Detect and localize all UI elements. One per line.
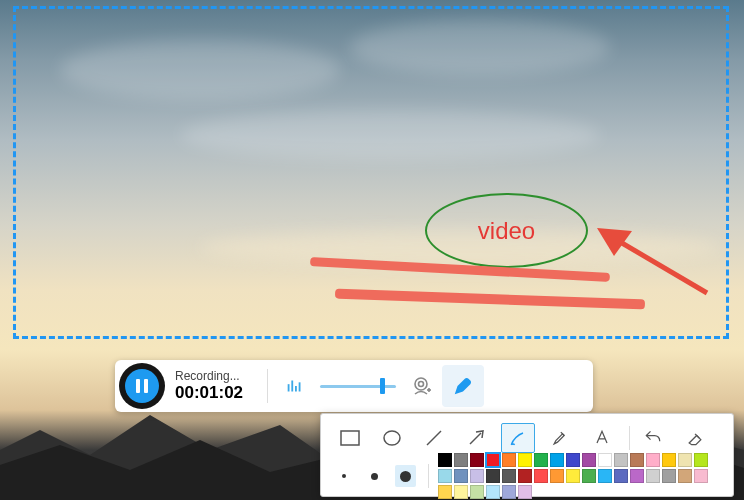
annotation-toolbox (320, 413, 734, 497)
annotation-ellipse: video (425, 193, 588, 268)
color-swatch[interactable] (678, 453, 692, 467)
shape-line-button[interactable] (417, 423, 451, 453)
color-swatch[interactable] (550, 469, 564, 483)
color-swatch[interactable] (550, 453, 564, 467)
stroke-size-small[interactable] (333, 465, 354, 487)
shape-arrow-button[interactable] (459, 423, 493, 453)
color-swatch[interactable] (630, 469, 644, 483)
recording-status: Recording... 00:01:02 (175, 369, 243, 404)
color-swatch[interactable] (614, 453, 628, 467)
color-swatch[interactable] (614, 469, 628, 483)
color-swatch[interactable] (566, 453, 580, 467)
divider (267, 369, 268, 403)
shape-text-button[interactable] (585, 423, 619, 453)
color-swatch[interactable] (518, 469, 532, 483)
recording-toolbar: Recording... 00:01:02 (115, 360, 593, 412)
color-swatch[interactable] (502, 485, 516, 499)
color-swatch[interactable] (662, 453, 676, 467)
color-swatch[interactable] (582, 453, 596, 467)
color-swatch[interactable] (598, 469, 612, 483)
annotation-brush-stroke (310, 257, 610, 282)
svg-point-4 (415, 378, 427, 390)
shape-brush-button[interactable] (501, 423, 535, 453)
color-swatch[interactable] (470, 453, 484, 467)
webcam-toggle-button[interactable] (400, 365, 442, 407)
annotation-arrow (592, 218, 712, 298)
color-swatch[interactable] (438, 469, 452, 483)
color-swatch[interactable] (534, 453, 548, 467)
shape-ellipse-button[interactable] (375, 423, 409, 453)
color-swatch[interactable] (534, 469, 548, 483)
color-swatch[interactable] (438, 453, 452, 467)
color-swatch[interactable] (518, 453, 532, 467)
audio-level-button[interactable] (274, 365, 316, 407)
annotation-brush-stroke (335, 289, 645, 310)
svg-rect-8 (341, 431, 359, 445)
stroke-size-medium[interactable] (364, 465, 385, 487)
recording-status-label: Recording... (175, 369, 243, 383)
shape-highlighter-button[interactable] (543, 423, 577, 453)
color-swatch[interactable] (630, 453, 644, 467)
svg-point-9 (384, 431, 400, 445)
color-swatch[interactable] (454, 485, 468, 499)
color-swatch[interactable] (646, 469, 660, 483)
color-swatch[interactable] (470, 485, 484, 499)
undo-button[interactable] (636, 423, 670, 453)
shape-rectangle-button[interactable] (333, 423, 367, 453)
color-palette (437, 452, 723, 500)
shape-tool-row (333, 420, 723, 456)
annotate-toggle-button[interactable] (442, 365, 484, 407)
color-swatch[interactable] (486, 485, 500, 499)
color-swatch[interactable] (486, 453, 500, 467)
color-swatch[interactable] (646, 453, 660, 467)
size-and-color-row (333, 458, 723, 494)
svg-line-10 (427, 431, 441, 445)
erase-button[interactable] (678, 423, 712, 453)
color-swatch[interactable] (470, 469, 484, 483)
color-swatch[interactable] (438, 485, 452, 499)
stroke-size-large[interactable] (395, 465, 416, 487)
color-swatch[interactable] (662, 469, 676, 483)
color-swatch[interactable] (486, 469, 500, 483)
divider (428, 464, 429, 488)
color-swatch[interactable] (694, 453, 708, 467)
pause-button[interactable] (125, 369, 159, 403)
svg-line-11 (470, 433, 481, 444)
color-swatch[interactable] (518, 485, 532, 499)
color-swatch[interactable] (454, 453, 468, 467)
divider (629, 426, 630, 450)
color-swatch[interactable] (502, 469, 516, 483)
color-swatch[interactable] (502, 453, 516, 467)
color-swatch[interactable] (582, 469, 596, 483)
recording-elapsed-time: 00:01:02 (175, 383, 243, 403)
color-swatch[interactable] (566, 469, 580, 483)
color-swatch[interactable] (598, 453, 612, 467)
color-swatch[interactable] (694, 469, 708, 483)
color-swatch[interactable] (454, 469, 468, 483)
annotation-ellipse-label: video (478, 217, 535, 245)
color-swatch[interactable] (678, 469, 692, 483)
svg-point-5 (419, 382, 424, 387)
pause-button-wrap (119, 363, 165, 409)
volume-slider[interactable] (320, 365, 396, 407)
